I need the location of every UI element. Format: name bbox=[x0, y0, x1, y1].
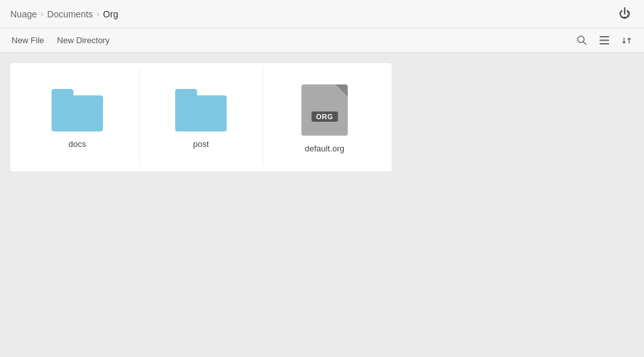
top-bar: Nuage › Documents › Org ⏻ bbox=[0, 0, 644, 28]
new-file-button[interactable]: New File bbox=[10, 33, 46, 48]
file-item-docs[interactable]: docs bbox=[15, 68, 139, 166]
breadcrumb: Nuage › Documents › Org bbox=[10, 9, 118, 19]
toolbar: New File New Directory bbox=[0, 28, 644, 53]
list-icon bbox=[600, 36, 609, 44]
sort-button[interactable] bbox=[620, 34, 634, 48]
folder-body bbox=[52, 95, 103, 131]
file-grid: docs post ORG default.org bbox=[10, 63, 392, 171]
svg-rect-2 bbox=[600, 36, 609, 37]
new-directory-button[interactable]: New Directory bbox=[56, 33, 111, 48]
breadcrumb-nuage[interactable]: Nuage bbox=[10, 9, 37, 19]
org-badge: ORG bbox=[312, 111, 338, 122]
svg-rect-4 bbox=[600, 43, 609, 44]
svg-line-1 bbox=[583, 42, 586, 44]
file-label-default-org: default.org bbox=[305, 144, 344, 153]
org-file-body bbox=[301, 84, 348, 136]
file-item-post[interactable]: post bbox=[139, 68, 263, 166]
file-item-default-org[interactable]: ORG default.org bbox=[263, 68, 386, 166]
breadcrumb-documents[interactable]: Documents bbox=[47, 9, 93, 19]
search-icon bbox=[577, 35, 587, 45]
toolbar-right bbox=[574, 33, 634, 48]
toolbar-left: New File New Directory bbox=[10, 33, 111, 48]
main-content: docs post ORG default.org bbox=[0, 53, 644, 357]
breadcrumb-sep-2: › bbox=[97, 10, 99, 19]
search-button[interactable] bbox=[574, 33, 589, 48]
folder-body bbox=[175, 95, 227, 131]
folder-icon-post bbox=[175, 89, 227, 131]
breadcrumb-org: Org bbox=[103, 9, 118, 19]
file-label-docs: docs bbox=[68, 139, 86, 149]
file-label-post: post bbox=[193, 139, 209, 149]
list-view-button[interactable] bbox=[597, 34, 612, 47]
sort-icon bbox=[622, 36, 631, 45]
power-button[interactable]: ⏻ bbox=[616, 5, 634, 23]
folder-icon-docs bbox=[52, 89, 103, 131]
org-file-icon: ORG bbox=[301, 84, 348, 136]
svg-rect-3 bbox=[600, 40, 609, 41]
breadcrumb-sep-1: › bbox=[41, 10, 43, 19]
